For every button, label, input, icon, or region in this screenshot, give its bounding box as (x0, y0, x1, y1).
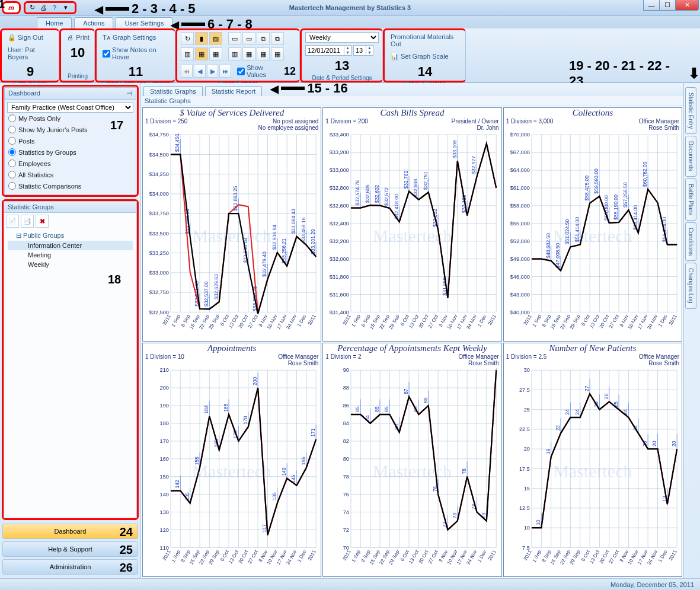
svg-text:2011: 2011 (667, 548, 678, 562)
tree-item-2[interactable]: Weekly (8, 260, 133, 269)
svg-text:200: 200 (252, 377, 258, 385)
tab-actions[interactable]: Actions (74, 17, 113, 28)
show-values-check[interactable]: Show Values (235, 63, 282, 79)
radio-input-3[interactable] (8, 148, 16, 156)
print-button[interactable]: 🖨Print (63, 32, 92, 43)
svg-text:27.5: 27.5 (519, 387, 530, 393)
group-date-title: Date & Period Settings (305, 74, 379, 81)
gs-cols1-icon[interactable]: ▥ (228, 47, 241, 60)
radio-4[interactable]: Employees (7, 158, 133, 169)
nav-next-icon[interactable]: ▶ (207, 65, 219, 78)
minimize-button[interactable]: — (643, 0, 660, 11)
group-date: Weekly ▲▼ ▲▼ 13 Date & Period Settings (300, 28, 383, 82)
svg-text:$32,916.94: $32,916.94 (271, 225, 277, 250)
period-combo[interactable]: Weekly (305, 32, 379, 43)
groups-header: Statistic Groups (4, 201, 137, 213)
radio-1[interactable]: Show My Junior's Posts (7, 124, 133, 135)
tree-item-1[interactable]: Meeting (8, 250, 133, 260)
showvalues-checkbox[interactable] (237, 68, 245, 75)
svg-text:$47,008.50: $47,008.50 (555, 243, 561, 268)
promo-label: Promotional Materials Out (388, 32, 462, 49)
gs-cols3-icon[interactable]: ▦ (257, 47, 270, 60)
tab-home[interactable]: Home (37, 17, 72, 28)
vtab-conditions[interactable]: Conditions (685, 222, 696, 261)
gs-cols4-icon[interactable]: ▦ (271, 47, 284, 60)
radio-3[interactable]: Statistics by Groups (7, 146, 133, 158)
nav-help[interactable]: Help & Support25 (2, 541, 138, 557)
tab-stat-report[interactable]: Statistic Report (205, 86, 263, 96)
radio-input-2[interactable] (8, 137, 16, 145)
tab-stat-graphs[interactable]: Statistic Graphs (143, 86, 203, 96)
svg-text:27: 27 (584, 385, 590, 391)
close-button[interactable]: ✕ (675, 0, 699, 11)
gs-layout2-icon[interactable]: ▭ (242, 32, 255, 45)
chart-2: Collections 1 Division = 3,000 Office Ma… (503, 107, 682, 342)
gs-opt1-icon[interactable]: ▮ (195, 32, 208, 45)
tree-copy-icon[interactable]: 📑 (21, 215, 34, 228)
svg-text:86: 86 (423, 397, 429, 403)
nav-dashboard[interactable]: Dashboard24 (2, 524, 138, 539)
chart-title: Cash Bills Spread (323, 108, 501, 118)
refresh-icon[interactable]: ↻ (27, 2, 37, 13)
radio-0[interactable]: My Posts Only (7, 113, 133, 124)
date-input[interactable] (306, 47, 344, 54)
gs-refresh-icon[interactable]: ↻ (181, 32, 194, 45)
svg-text:1 Sep: 1 Sep (350, 313, 362, 328)
radio-input-0[interactable] (8, 114, 16, 122)
gs-layout3-icon[interactable]: ⧉ (257, 32, 270, 45)
svg-text:$32,668: $32,668 (413, 178, 419, 197)
vtab-documents[interactable]: Documents (685, 136, 696, 177)
qa-dropdown-icon[interactable]: ▾ (60, 2, 71, 13)
chart-division: 1 Division = 2 (325, 353, 361, 366)
pin-icon[interactable]: ⊣ (126, 90, 132, 97)
sign-out-button[interactable]: 🔒Sign Out (5, 32, 55, 43)
radio-6[interactable]: Statistic Comparisons (7, 180, 133, 192)
radio-input-1[interactable] (8, 126, 16, 133)
radio-5[interactable]: All Statistics (7, 169, 133, 180)
maximize-button[interactable]: ☐ (659, 0, 676, 11)
print-icon[interactable]: 🖨 (38, 2, 49, 13)
svg-text:1 Dec: 1 Dec (296, 314, 307, 328)
nav-last-icon[interactable]: ⏭ (219, 65, 231, 78)
tab-user-settings[interactable]: User Settings (116, 17, 172, 28)
tree-delete-icon[interactable]: ✖ (36, 215, 49, 228)
nav-prev-icon[interactable]: ◀ (194, 65, 206, 78)
svg-text:$34,456.56: $34,456.56 (174, 132, 180, 152)
vtab-battle-plans[interactable]: Battle Plans (685, 178, 696, 221)
hover-notes-check[interactable]: Show Notes on Hover (100, 45, 171, 62)
set-scale-button[interactable]: 📊Set Graph Scale (388, 51, 462, 62)
nav-first-icon[interactable]: ⏮ (181, 65, 193, 78)
ribbon: 🔒Sign Out User: Pat Boyers 9 Sign In/Use… (0, 28, 700, 83)
tree-add-icon[interactable]: 📄 (6, 215, 19, 228)
title-bar: m 1 ↻ 🖨 ? ▾ Mastertech Management by Sta… (0, 0, 700, 15)
gs-layout1-icon[interactable]: ▭ (228, 32, 241, 45)
hover-checkbox[interactable] (103, 50, 110, 58)
office-combo[interactable]: Family Practice (West Coast Office) (7, 102, 133, 113)
help-icon[interactable]: ? (49, 2, 60, 13)
svg-text:24 Nov: 24 Nov (645, 313, 659, 330)
radio-input-6[interactable] (8, 182, 16, 190)
gs-grid3-icon[interactable]: ▦ (209, 47, 222, 60)
date-spinner[interactable]: ▲▼ (305, 45, 351, 56)
svg-text:$48,682.50: $48,682.50 (545, 233, 551, 259)
radio-input-5[interactable] (8, 171, 16, 178)
gs-opt2-icon[interactable]: ▨ (209, 32, 222, 45)
gs-layout4-icon[interactable]: ⧉ (271, 32, 284, 45)
graph-settings-button[interactable]: TᴀGraph Settings (100, 32, 171, 43)
svg-text:76: 76 (343, 492, 349, 497)
tree-item-0[interactable]: Information Center (8, 241, 133, 250)
count-spinner[interactable]: ▲▼ (353, 45, 373, 56)
tree-root[interactable]: ⊟ Public Groups (8, 231, 133, 241)
svg-text:27 Oct: 27 Oct (247, 548, 259, 565)
gs-grid2-icon[interactable]: ▦ (195, 47, 208, 60)
app-logo[interactable]: m (2, 1, 21, 14)
gs-cols2-icon[interactable]: ▦ (242, 47, 255, 60)
vtab-changes-log[interactable]: Changes Log (685, 263, 696, 309)
nav-admin[interactable]: Administration26 (2, 559, 138, 575)
radio-input-4[interactable] (8, 160, 16, 167)
radio-2[interactable]: Posts (7, 135, 133, 146)
vtab-stat-entry[interactable]: Statistic Entry (685, 87, 696, 134)
svg-text:30: 30 (523, 368, 529, 373)
count-input[interactable] (354, 47, 366, 54)
gs-grid1-icon[interactable]: ▥ (181, 47, 194, 60)
